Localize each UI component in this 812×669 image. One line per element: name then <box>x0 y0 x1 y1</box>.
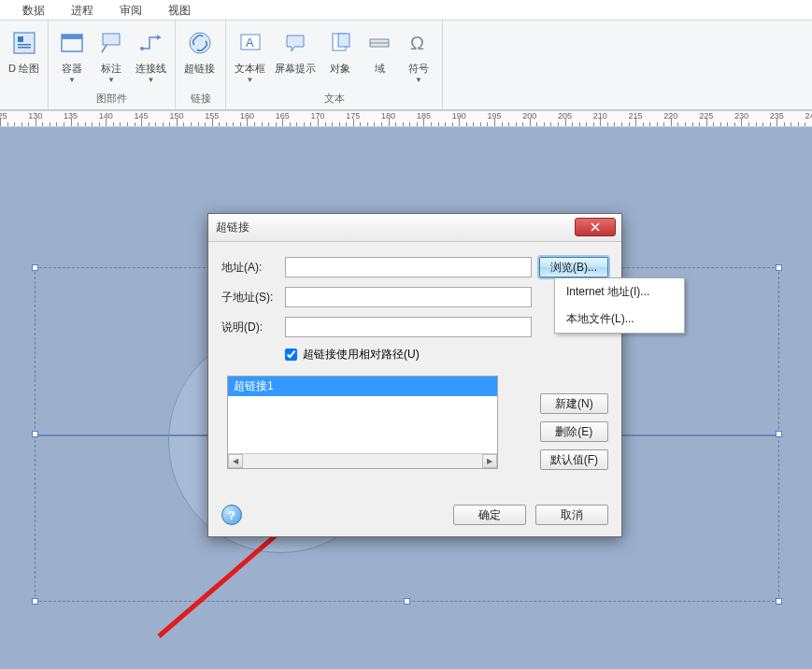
tab-data[interactable]: 数据 <box>9 0 58 20</box>
ruler-minor-tick <box>417 122 418 126</box>
textbox-icon: A <box>235 25 265 61</box>
hyperlink-icon <box>185 25 215 61</box>
selection-handle[interactable] <box>32 431 38 437</box>
relative-path-checkbox[interactable] <box>285 349 297 361</box>
ruler-minor-tick <box>713 122 714 126</box>
new-button[interactable]: 新建(N) <box>540 393 608 414</box>
ruler-minor-tick <box>607 122 608 126</box>
close-button[interactable] <box>575 218 616 236</box>
tab-view[interactable]: 视图 <box>155 0 204 20</box>
container-button[interactable]: 容器 ▼ <box>53 23 91 86</box>
ruler-minor-tick <box>692 122 693 126</box>
triangle-left-icon: ◀ <box>233 457 238 465</box>
hyperlink-button[interactable]: 超链接 <box>180 23 219 77</box>
ruler-minor-tick <box>99 122 100 126</box>
address-input[interactable] <box>285 257 532 278</box>
textbox-button[interactable]: A 文本框 ▼ <box>231 23 269 86</box>
object-button[interactable]: 对象 <box>321 23 359 77</box>
selection-handle[interactable] <box>776 598 782 605</box>
ruler-minor-tick <box>360 122 361 126</box>
cad-drawing-button[interactable]: D 绘图 <box>5 23 43 77</box>
selection-handle[interactable] <box>776 264 782 271</box>
ruler-tick-label: 160 <box>240 111 254 121</box>
ruler-minor-tick <box>42 122 43 126</box>
ruler-tick-label: 185 <box>417 111 431 121</box>
dialog-titlebar[interactable]: 超链接 <box>208 214 621 242</box>
object-icon <box>325 25 355 61</box>
svg-rect-14 <box>338 34 349 47</box>
hyperlink-listbox[interactable]: 超链接1 ◀ ▶ <box>227 376 498 469</box>
ruler-minor-tick <box>756 122 757 126</box>
description-input[interactable] <box>285 317 532 337</box>
connector-button[interactable]: 连接线 ▼ <box>132 23 170 86</box>
menu-item-internet-address[interactable]: Internet 地址(I)... <box>555 278 684 306</box>
ruler-tick-label: 220 <box>663 111 677 121</box>
ruler-minor-tick <box>296 122 297 126</box>
ruler-tick-label: 230 <box>734 111 748 121</box>
selection-handle[interactable] <box>32 264 38 271</box>
horizontal-scrollbar[interactable]: ◀ ▶ <box>228 453 497 468</box>
ruler-minor-tick <box>579 122 580 126</box>
ruler-minor-tick <box>254 122 255 126</box>
ruler-minor-tick <box>325 122 326 126</box>
ruler-minor-tick <box>92 122 93 126</box>
callout-button[interactable]: 标注 ▼ <box>93 23 130 86</box>
list-item[interactable]: 超链接1 <box>228 377 497 396</box>
symbol-button[interactable]: Ω 符号 ▼ <box>400 23 437 86</box>
ruler-minor-tick <box>629 122 630 126</box>
delete-button[interactable]: 删除(E) <box>540 421 608 442</box>
description-label: 说明(D): <box>221 320 285 335</box>
ruler-minor-tick <box>516 122 517 126</box>
ruler-tick-label: 200 <box>522 111 536 121</box>
selection-handle[interactable] <box>32 598 38 605</box>
selection-handle[interactable] <box>404 598 410 605</box>
ruler-minor-tick <box>205 122 206 126</box>
ruler-minor-tick <box>727 122 728 126</box>
subaddress-input[interactable] <box>285 287 532 307</box>
ruler-tick-label: 130 <box>28 111 42 121</box>
triangle-right-icon: ▶ <box>487 457 492 465</box>
browse-button[interactable]: 浏览(B)... <box>539 257 608 278</box>
ruler-tick-label: 125 <box>0 111 7 121</box>
svg-point-8 <box>140 47 144 50</box>
ruler-tick-label: 190 <box>452 111 466 121</box>
ruler-minor-tick <box>56 122 57 126</box>
ribbon-tab-strip: 数据 进程 审阅 视图 <box>0 0 812 21</box>
screentip-icon <box>280 25 310 61</box>
menu-item-local-file[interactable]: 本地文件(L)... <box>555 306 684 333</box>
ruler-minor-tick <box>50 122 50 126</box>
ruler-minor-tick <box>798 122 799 126</box>
svg-rect-5 <box>62 35 82 39</box>
ruler-minor-tick <box>508 122 509 126</box>
group-link-label: 链接 <box>176 90 225 109</box>
field-button[interactable]: 域 <box>361 23 398 77</box>
ruler-minor-tick <box>473 122 474 126</box>
ruler-minor-tick <box>614 122 615 126</box>
hyperlink-label: 超链接 <box>184 63 215 75</box>
relative-path-label: 超链接使用相对路径(U) <box>303 347 420 363</box>
ruler-minor-tick <box>621 122 622 126</box>
help-button[interactable]: ? <box>221 505 242 525</box>
ok-button[interactable]: 确定 <box>453 505 526 525</box>
ruler-tick-label: 210 <box>593 111 607 121</box>
ruler-tick-label: 205 <box>558 111 572 121</box>
scroll-left-button[interactable]: ◀ <box>228 454 243 468</box>
screentip-button[interactable]: 屏幕提示 <box>271 23 320 77</box>
ruler-minor-tick <box>480 122 481 126</box>
ruler-minor-tick <box>135 122 135 126</box>
ruler-minor-tick <box>720 122 721 126</box>
cancel-button[interactable]: 取消 <box>535 505 608 525</box>
ruler-tick-label: 145 <box>135 111 149 121</box>
ruler-minor-tick <box>586 122 587 126</box>
ruler-minor-tick <box>85 122 86 126</box>
scroll-right-button[interactable]: ▶ <box>482 454 497 468</box>
selection-handle[interactable] <box>776 431 782 437</box>
tab-process[interactable]: 进程 <box>58 0 107 20</box>
ruler-minor-tick <box>169 122 170 126</box>
default-button[interactable]: 默认值(F) <box>540 449 608 470</box>
ruler-minor-tick <box>332 122 333 126</box>
ruler-minor-tick <box>466 122 467 126</box>
ruler-minor-tick <box>28 122 29 126</box>
symbol-label: 符号 <box>408 63 429 75</box>
tab-review[interactable]: 审阅 <box>107 0 155 20</box>
